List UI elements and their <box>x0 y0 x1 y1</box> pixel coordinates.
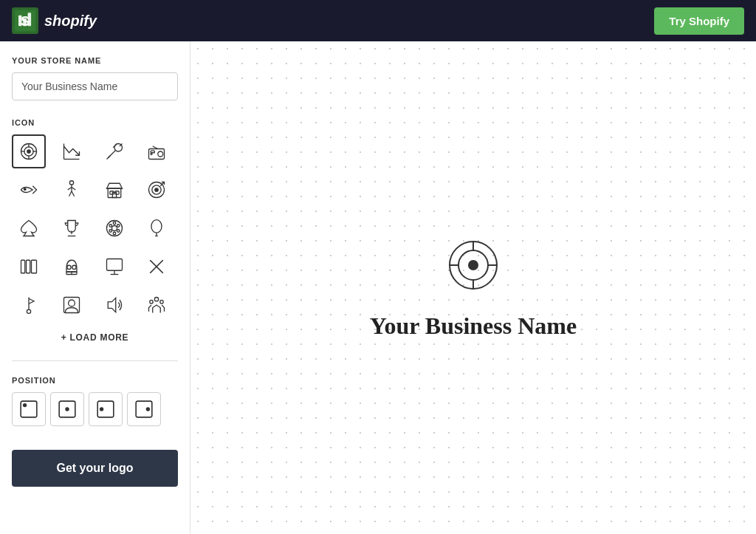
icon-people[interactable] <box>140 288 173 322</box>
preview-icon <box>444 236 503 301</box>
icon-fish[interactable] <box>12 173 46 207</box>
load-more-button[interactable]: + LOAD MORE <box>12 329 178 346</box>
svg-marker-71 <box>108 298 116 312</box>
svg-line-32 <box>72 191 75 196</box>
svg-line-30 <box>72 188 75 191</box>
svg-point-82 <box>146 407 150 411</box>
svg-rect-75 <box>21 401 37 417</box>
svg-point-80 <box>100 407 103 411</box>
svg-point-67 <box>27 309 30 313</box>
svg-rect-24 <box>151 151 154 153</box>
svg-point-40 <box>155 188 158 191</box>
position-section: POSITION <box>12 376 178 426</box>
svg-point-49 <box>113 232 116 235</box>
svg-rect-3 <box>18 16 22 26</box>
icon-reel[interactable] <box>97 211 131 245</box>
svg-point-59 <box>67 265 71 269</box>
svg-point-78 <box>65 407 69 411</box>
svg-point-73 <box>150 300 153 303</box>
icon-storefront[interactable] <box>97 173 131 207</box>
icon-radio[interactable] <box>140 134 173 168</box>
position-label: POSITION <box>12 376 178 385</box>
shopify-logo-icon: S <box>12 7 38 34</box>
svg-point-47 <box>117 225 120 227</box>
svg-line-18 <box>113 144 117 148</box>
svg-point-85 <box>469 261 478 270</box>
icon-skull[interactable] <box>55 250 89 284</box>
svg-rect-35 <box>112 193 116 198</box>
svg-point-74 <box>160 300 163 303</box>
icon-section: ICON <box>12 118 178 346</box>
icon-golf[interactable] <box>12 288 46 322</box>
icon-grid <box>12 134 178 322</box>
preview-content: Your Business Name <box>370 236 577 340</box>
svg-point-46 <box>113 222 116 225</box>
position-grid <box>12 392 178 426</box>
header: S shopify Try Shopify <box>0 0 756 41</box>
icon-graph[interactable] <box>55 134 89 168</box>
svg-point-52 <box>151 220 162 233</box>
svg-rect-5 <box>28 13 32 26</box>
icon-portrait[interactable] <box>55 288 89 322</box>
svg-point-60 <box>72 265 76 269</box>
svg-point-21 <box>158 151 163 157</box>
svg-line-17 <box>106 155 110 159</box>
preview-area: Your Business Name <box>190 41 756 534</box>
icon-label: ICON <box>12 118 178 127</box>
svg-rect-4 <box>23 18 27 26</box>
get-logo-button[interactable]: Get your logo <box>12 450 178 487</box>
svg-point-27 <box>69 181 73 185</box>
logo-area: S shopify <box>12 7 97 34</box>
icon-speaker[interactable] <box>97 288 131 322</box>
svg-rect-62 <box>106 259 122 271</box>
icon-balloon[interactable] <box>140 211 173 245</box>
position-center-right-button[interactable] <box>127 392 161 426</box>
svg-point-44 <box>106 221 122 236</box>
svg-point-48 <box>117 230 120 233</box>
icon-spade[interactable] <box>12 211 46 245</box>
position-center-left-button[interactable] <box>89 392 123 426</box>
icon-trophy[interactable] <box>55 211 89 245</box>
divider <box>12 360 178 361</box>
main-layout: YOUR STORE NAME ICON <box>0 41 756 534</box>
icon-books[interactable] <box>12 250 46 284</box>
svg-point-51 <box>109 225 112 227</box>
icon-tools[interactable] <box>97 134 131 168</box>
svg-point-8 <box>27 150 30 153</box>
sidebar: YOUR STORE NAME ICON <box>0 41 190 534</box>
icon-cross[interactable] <box>140 250 173 284</box>
svg-line-29 <box>68 188 72 191</box>
svg-point-26 <box>24 188 26 191</box>
svg-point-76 <box>23 403 27 407</box>
icon-walking[interactable] <box>55 173 89 207</box>
svg-point-45 <box>111 226 117 231</box>
svg-line-31 <box>69 191 72 196</box>
position-top-left-button[interactable] <box>12 392 46 426</box>
svg-rect-56 <box>27 260 30 273</box>
svg-point-70 <box>68 300 75 307</box>
shopify-wordmark: shopify <box>44 13 97 30</box>
store-name-label: YOUR STORE NAME <box>12 56 178 65</box>
position-center-button[interactable] <box>50 392 84 426</box>
svg-rect-57 <box>32 260 37 273</box>
svg-point-50 <box>109 230 112 233</box>
store-name-input[interactable] <box>12 72 178 100</box>
icon-target[interactable] <box>12 134 46 168</box>
try-shopify-button[interactable]: Try Shopify <box>654 7 744 35</box>
icon-monitor[interactable] <box>97 250 131 284</box>
svg-rect-55 <box>21 260 25 273</box>
svg-point-72 <box>155 298 159 301</box>
preview-business-name: Your Business Name <box>370 312 577 340</box>
icon-target2[interactable] <box>140 173 173 207</box>
